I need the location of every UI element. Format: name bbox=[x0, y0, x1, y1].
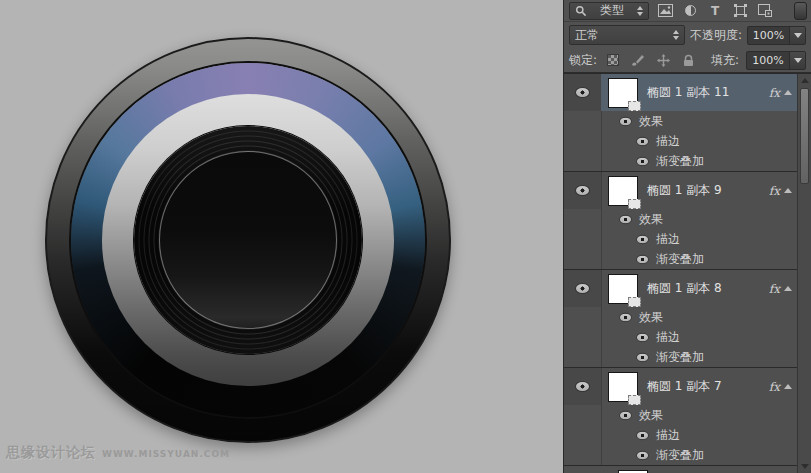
layers-scrollbar[interactable] bbox=[797, 74, 811, 473]
document-canvas[interactable]: 思缘设计论坛 WWW.MISSYUAN.COM bbox=[0, 0, 563, 473]
eye-icon[interactable] bbox=[637, 235, 648, 243]
eye-icon[interactable] bbox=[620, 411, 631, 419]
vector-mask-badge-icon bbox=[628, 199, 641, 209]
photoshop-workspace: 思缘设计论坛 WWW.MISSYUAN.COM 类型 bbox=[0, 0, 811, 473]
layer-thumbnail[interactable] bbox=[608, 274, 638, 304]
vector-mask-badge-icon bbox=[628, 395, 641, 405]
watermark: 思缘设计论坛 WWW.MISSYUAN.COM bbox=[6, 444, 230, 462]
scroll-up-arrow-icon[interactable] bbox=[801, 78, 809, 83]
layer-visibility-toggle[interactable] bbox=[564, 270, 601, 307]
effects-header-row[interactable]: 效果 bbox=[564, 307, 797, 327]
effect-label: 渐变叠加 bbox=[656, 349, 704, 366]
eye-icon[interactable] bbox=[637, 451, 648, 459]
layer-row[interactable]: 椭圆 1 副本 9 fx bbox=[564, 172, 797, 209]
filter-type-dropdown[interactable]: 类型 bbox=[569, 2, 649, 20]
eye-icon[interactable] bbox=[637, 157, 648, 165]
effects-header-row[interactable]: 效果 bbox=[564, 111, 797, 131]
lock-image-pixels-icon[interactable] bbox=[629, 51, 647, 69]
pixel-layer-filter-icon[interactable] bbox=[656, 2, 674, 20]
effect-row-gradient-overlay[interactable]: 渐变叠加 bbox=[564, 347, 797, 367]
opacity-dropdown-button[interactable] bbox=[789, 27, 805, 44]
effects-header-label: 效果 bbox=[639, 211, 663, 228]
eye-icon bbox=[576, 186, 589, 195]
fx-badge[interactable]: fx bbox=[769, 380, 780, 394]
opacity-valuebox[interactable]: 100% bbox=[747, 26, 806, 45]
effect-label: 渐变叠加 bbox=[656, 251, 704, 268]
layer-visibility-toggle[interactable] bbox=[564, 368, 601, 405]
fill-valuebox[interactable]: 100% bbox=[746, 51, 806, 70]
effect-label: 渐变叠加 bbox=[656, 153, 704, 170]
scrollbar-thumb[interactable] bbox=[800, 88, 809, 184]
effect-label: 描边 bbox=[656, 133, 680, 150]
layer-thumbnail[interactable] bbox=[608, 78, 638, 108]
collapse-effects-arrow-icon[interactable] bbox=[784, 384, 792, 389]
collapse-effects-arrow-icon[interactable] bbox=[784, 90, 792, 95]
eye-icon[interactable] bbox=[620, 117, 631, 125]
effect-row-gradient-overlay[interactable]: 渐变叠加 bbox=[564, 151, 797, 171]
lock-label: 锁定: bbox=[569, 52, 597, 69]
layer-block: 椭圆 1 副本 11 fx 效果 描边 渐变叠加 bbox=[564, 74, 797, 172]
fx-badge[interactable]: fx bbox=[769, 184, 780, 198]
eye-icon[interactable] bbox=[637, 353, 648, 361]
lens-glass-circle bbox=[159, 151, 337, 329]
eye-icon[interactable] bbox=[620, 313, 631, 321]
effects-header-row[interactable]: 效果 bbox=[564, 209, 797, 229]
effect-label: 描边 bbox=[656, 231, 680, 248]
eye-icon[interactable] bbox=[637, 137, 648, 145]
layer-filter-bar: 类型 T bbox=[564, 0, 811, 22]
shape-layer-filter-icon[interactable] bbox=[731, 2, 749, 20]
effect-row-stroke[interactable]: 描边 bbox=[564, 425, 797, 445]
watermark-url: WWW.MISSYUAN.COM bbox=[102, 449, 230, 459]
effect-row-gradient-overlay[interactable]: 渐变叠加 bbox=[564, 445, 797, 465]
blend-mode-dropdown[interactable]: 正常 bbox=[569, 25, 685, 45]
effect-label: 描边 bbox=[656, 427, 680, 444]
lock-all-icon[interactable] bbox=[679, 51, 697, 69]
fx-badge[interactable]: fx bbox=[769, 86, 780, 100]
eye-icon bbox=[576, 284, 589, 293]
eye-icon bbox=[576, 382, 589, 391]
effects-header-row[interactable]: 效果 bbox=[564, 405, 797, 425]
eye-icon bbox=[576, 88, 589, 97]
scroll-down-arrow-icon[interactable] bbox=[801, 464, 809, 469]
layer-row[interactable]: 椭圆 1 副本 7 fx bbox=[564, 368, 797, 405]
eye-icon[interactable] bbox=[620, 215, 631, 223]
adjustment-layer-filter-icon[interactable] bbox=[681, 2, 699, 20]
effect-label: 渐变叠加 bbox=[656, 447, 704, 464]
layer-name: 椭圆 1 副本 7 bbox=[647, 378, 722, 395]
effect-row-stroke[interactable]: 描边 bbox=[564, 327, 797, 347]
layer-name: 椭圆 1 副本 9 bbox=[647, 182, 722, 199]
layers-list: 椭圆 1 副本 11 fx 效果 描边 渐变叠加 bbox=[564, 73, 811, 473]
layer-visibility-toggle[interactable] bbox=[564, 172, 601, 209]
lock-position-icon[interactable] bbox=[654, 51, 672, 69]
search-icon bbox=[575, 5, 587, 17]
eye-icon[interactable] bbox=[637, 333, 648, 341]
effects-header-label: 效果 bbox=[639, 407, 663, 424]
layer-row[interactable]: 椭圆 1 副本 8 fx bbox=[564, 270, 797, 307]
fill-value: 100% bbox=[747, 54, 789, 67]
eye-icon[interactable] bbox=[637, 431, 648, 439]
effects-header-label: 效果 bbox=[639, 113, 663, 130]
fx-badge[interactable]: fx bbox=[769, 282, 780, 296]
filter-bar-corner-control[interactable] bbox=[794, 2, 807, 20]
effect-row-gradient-overlay[interactable]: 渐变叠加 bbox=[564, 249, 797, 269]
collapse-effects-arrow-icon[interactable] bbox=[784, 188, 792, 193]
dropdown-spinner-icon bbox=[637, 6, 643, 16]
smart-object-filter-icon[interactable] bbox=[756, 2, 774, 20]
collapse-effects-arrow-icon[interactable] bbox=[784, 286, 792, 291]
lock-transparent-pixels-icon[interactable] bbox=[604, 51, 622, 69]
layer-row-partial[interactable] bbox=[564, 466, 797, 473]
layers-panel: 类型 T bbox=[563, 0, 811, 473]
effect-row-stroke[interactable]: 描边 bbox=[564, 229, 797, 249]
blend-mode-bar: 正常 不透明度: 100% bbox=[564, 22, 811, 48]
dropdown-spinner-icon bbox=[673, 30, 679, 40]
effect-row-stroke[interactable]: 描边 bbox=[564, 131, 797, 151]
fill-dropdown-button[interactable] bbox=[789, 52, 805, 69]
layer-thumbnail[interactable] bbox=[608, 372, 638, 402]
opacity-value: 100% bbox=[748, 29, 789, 42]
layer-thumbnail[interactable] bbox=[608, 176, 638, 206]
eye-icon[interactable] bbox=[637, 255, 648, 263]
layer-row[interactable]: 椭圆 1 副本 11 fx bbox=[564, 74, 797, 111]
blend-mode-value: 正常 bbox=[575, 27, 599, 44]
type-layer-filter-icon[interactable]: T bbox=[706, 2, 724, 20]
layer-visibility-toggle[interactable] bbox=[564, 74, 601, 111]
